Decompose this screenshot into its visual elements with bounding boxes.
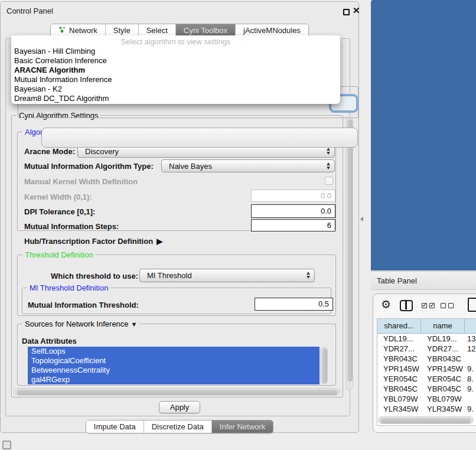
table-row[interactable]: YBL079WYBL079W [377,394,476,404]
table-cell: YBR045C [377,384,421,394]
dock-widget-icon[interactable] [2,441,11,449]
tab-select-label: Select [146,24,168,37]
tab-network-label: Network [69,24,97,37]
table-row[interactable]: YER054CYER054C8. [377,374,476,384]
column-header-shared[interactable]: shared... [377,319,421,333]
column-header-name[interactable]: name [421,319,465,333]
algorithm-option-mutual-information-inference[interactable]: Mutual Information Inference [11,75,340,84]
tab-style-label: Style [113,24,131,37]
which-threshold-select[interactable]: MI Threshold [139,269,315,282]
mi-algorithm-type-select[interactable]: Naive Bayes [161,159,335,172]
bottom-tab-impute-data[interactable]: Impute Data [86,420,144,433]
bottom-tab-discretize-data-label: Discretize Data [152,420,204,433]
attributes-list-scrollbar[interactable] [320,347,328,384]
table-cell: YPR145W [421,364,465,374]
combo-arrows-icon [327,162,330,169]
panel-divider-collapse-arrow[interactable] [360,217,363,221]
float-window-icon[interactable] [343,9,350,15]
table-panel-title: Table Panel [377,272,417,291]
obscured-combo-fragment[interactable] [41,128,358,148]
table-cell: YDL19... [421,334,465,344]
attribute-item-betweennesscentrality[interactable]: BetweennessCentrality [28,366,319,375]
which-threshold-value: MI Threshold [147,271,192,280]
table-cell: 8. [465,374,476,384]
algorithm-option-bayesian-k2[interactable]: Bayesian - K2 [11,84,340,94]
gear-icon[interactable]: ⚙ [381,298,391,311]
tab-cyni-toolbox-label: Cyni Toolbox [184,24,227,37]
attribute-item-gal4rgexp[interactable]: gal4RGexp [28,375,319,384]
sources-toggle[interactable]: Sources for Network Inference▼ [22,319,139,329]
hub-definition-label: Hub/Transcription Factor Definition [24,237,153,246]
table-cell: YDR27... [377,344,421,354]
table-horizontal-scrollbar-thumb[interactable] [380,418,471,423]
mi-steps-field[interactable]: 6 [251,219,335,231]
attribute-item-topologicalcoefficient[interactable]: TopologicalCoefficient [28,356,319,366]
file-icon[interactable] [468,298,476,312]
aracne-mode-value: Discovery [85,147,119,156]
attributes-list-scrollbar-thumb[interactable] [322,348,327,383]
bottom-tab-discretize-data[interactable]: Discretize Data [144,420,211,433]
bottom-tab-impute-data-label: Impute Data [94,420,136,433]
tab-network[interactable]: Network [51,24,105,37]
algorithm-option-dream8-dc-tdc-algorithm[interactable]: Dream8 DC_TDC Algorithm [11,94,340,103]
apply-button[interactable]: Apply [159,401,200,413]
sources-title: Sources for Network Inference [25,319,129,328]
mi-threshold-field[interactable]: 0.5 [255,298,333,311]
dpi-tolerance-field[interactable]: 0.0 [251,204,335,218]
table-row[interactable]: YPR145WYPR145W9. [377,364,476,374]
which-threshold-label: Which threshold to use: [51,272,138,281]
table-cell: YBL079W [377,394,421,404]
table-row[interactable]: YBR045CYBR045C9. [377,384,476,394]
settings-horizontal-scrollbar-thumb[interactable] [17,390,338,395]
hub-definition-toggle[interactable]: Hub/Transcription Factor Definition▶ [24,237,162,246]
algorithm-option-aracne-algorithm[interactable]: ARACNE Algorithm [11,66,340,75]
tab-style[interactable]: Style [105,24,138,37]
algorithm-dropdown-popup: Select algorithm to view settings Bayesi… [11,35,340,104]
mi-algorithm-type-value: Naive Bayes [169,162,212,171]
split-columns-icon[interactable] [400,300,413,311]
column-header-a[interactable]: A [465,319,476,333]
select-all-icon[interactable]: ✓ ✓ [422,303,435,308]
algorithm-option-bayesian-hill-climbing[interactable]: Bayesian - Hill Climbing [11,47,340,56]
algorithm-option-basic-correlation-inference[interactable]: Basic Correlation Inference [11,56,340,66]
network-view-frame: GALGAL80GAL10GAL1GAL11SWI4GAL4GCY1HAP4YH… [371,0,476,270]
mi-threshold-label: Mutual Information Threshold: [28,301,139,310]
settings-horizontal-scrollbar[interactable] [14,388,341,396]
tab-cyni-toolbox[interactable]: Cyni Toolbox [175,24,235,37]
settings-vertical-scrollbar-thumb[interactable] [347,119,353,381]
table-cell: 13 [465,334,476,344]
threshold-definition-title: Threshold Definition [22,250,96,259]
expanded-arrow-icon: ▼ [131,321,138,328]
table-cell: YPR145W [377,364,421,374]
table-cell: 9. [465,364,476,374]
close-icon[interactable]: ✕ [353,5,360,16]
algorithm-dropdown-list: Bayesian - Hill ClimbingBasic Correlatio… [11,47,340,103]
tab-select[interactable]: Select [138,24,175,37]
attribute-item-selfloops[interactable]: SelfLoops [28,347,319,356]
control-panel: Control Panel ✕ NetworkStyleSelectCyni T… [0,1,359,433]
table-row[interactable]: YDL19...YDL19...13 [377,334,476,344]
manual-kernel-width-checkbox[interactable] [325,177,333,185]
table-cell: YBR043C [377,354,421,364]
kernel-width-field[interactable]: 0.0 [251,190,335,202]
node-table: shared...nameA YDL19...YDL19...13YDR27..… [377,318,476,426]
unchecked-box-icon [441,303,446,308]
table-row[interactable]: YDR27...YDR27...12 [377,344,476,354]
algorithm-dropdown-placeholder: Select algorithm to view settings [11,37,340,47]
table-horizontal-scrollbar[interactable] [378,416,474,424]
table-body: YDL19...YDL19...13YDR27...YDR27...12YBR0… [377,334,476,424]
table-cell [465,394,476,404]
tab-jactivemnodules[interactable]: jActiveMNodules [235,24,308,37]
table-cell: YBR045C [421,384,465,394]
bottom-tab-infer-network[interactable]: Infer Network [211,420,273,433]
table-cell: YER054C [377,374,421,384]
aracne-mode-label: Aracne Mode: [24,147,75,156]
tab-jactivemnodules-label: jActiveMNodules [243,24,301,37]
table-row[interactable]: YLR345WYLR345W9. [377,404,476,414]
bottom-tab-infer-network-label: Infer Network [220,420,265,433]
table-row[interactable]: YBR043CYBR043C [377,354,476,364]
combo-arrows-icon [327,148,330,155]
deselect-all-icon[interactable] [441,303,454,308]
settings-vertical-scrollbar[interactable] [345,116,353,390]
table-cell: YDR27... [421,344,465,354]
